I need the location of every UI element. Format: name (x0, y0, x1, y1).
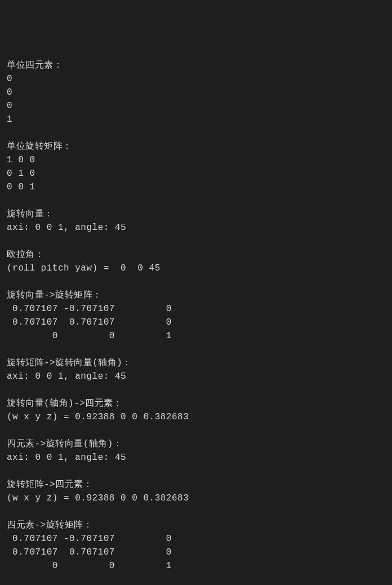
output-value: 0 (7, 87, 12, 98)
section-label: 单位四元素： (7, 60, 63, 70)
section-label: 欧拉角： (7, 250, 44, 260)
matrix-row: 0.707107 -0.707107 0 (7, 534, 172, 544)
matrix-row: 0 0 1 (7, 331, 172, 341)
matrix-row: 0.707107 0.707107 0 (7, 317, 172, 327)
output-value: 1 (7, 114, 12, 125)
matrix-row: 0.707107 -0.707107 0 (7, 304, 172, 314)
section-label: 旋转矩阵->旋转向量(轴角)： (7, 358, 132, 368)
output-value: 0 (7, 101, 12, 111)
section-label: 旋转向量(轴角)->四元素： (7, 398, 122, 409)
section-label: 四元素->旋转向量(轴角)： (7, 439, 122, 449)
section-label: 旋转矩阵->四元素： (7, 480, 92, 490)
matrix-row: 0 0 1 (7, 561, 172, 571)
output-value: (w x y z) = 0.92388 0 0 0.382683 (7, 412, 189, 422)
matrix-row: 0 1 0 (7, 169, 35, 179)
output-value: 0 (7, 74, 12, 84)
section-label: 四元素->旋转矩阵： (7, 520, 92, 530)
output-value: axi: 0 0 1, angle: 45 (7, 453, 126, 463)
matrix-row: 0 0 1 (7, 182, 35, 192)
section-label: 旋转向量->旋转矩阵： (7, 290, 102, 300)
matrix-row: 1 0 0 (7, 155, 35, 165)
matrix-row: 0.707107 0.707107 0 (7, 547, 172, 557)
output-value: (w x y z) = 0.92388 0 0 0.382683 (7, 493, 189, 503)
section-label: 旋转向量： (7, 209, 54, 219)
output-value: axi: 0 0 1, angle: 45 (7, 223, 126, 233)
terminal-output: 单位四元素： 0 0 0 1 单位旋转矩阵： 1 0 0 0 1 0 0 0 1… (7, 59, 385, 585)
output-value: axi: 0 0 1, angle: 45 (7, 371, 126, 382)
section-label: 单位旋转矩阵： (7, 141, 72, 152)
output-value: (roll pitch yaw) = 0 0 45 (7, 263, 161, 273)
